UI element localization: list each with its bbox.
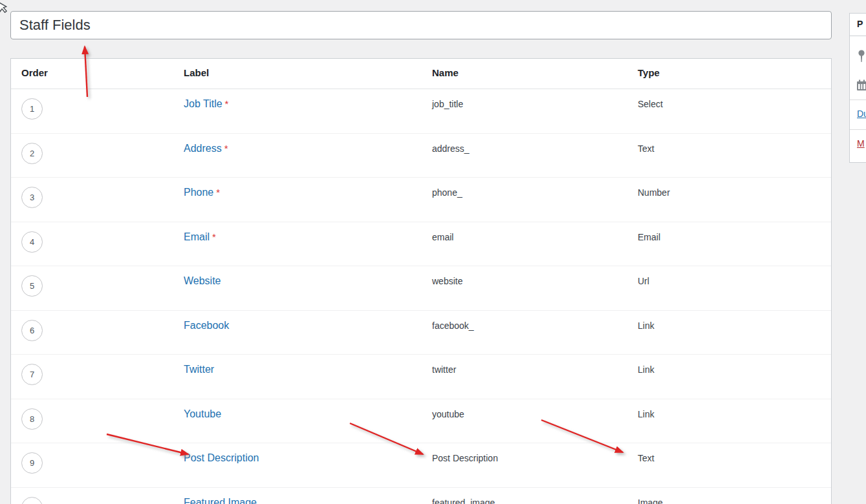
field-label-text: Featured Image [184, 497, 257, 504]
column-header-name: Name [432, 67, 459, 78]
calendar-icon [856, 79, 866, 91]
publish-panel-trash-row: M [850, 129, 866, 159]
field-label-link[interactable]: Job Title* [184, 97, 228, 111]
field-label-text: Facebook [184, 320, 229, 331]
field-label-text: Website [184, 275, 221, 286]
field-name: phone_ [432, 187, 462, 199]
table-row-website: 5 Website website Url [11, 266, 831, 311]
field-name: website [432, 275, 462, 288]
order-handle[interactable]: 3 [21, 187, 43, 208]
order-handle[interactable]: 6 [21, 320, 43, 341]
table-row-email: 4 Email* email Email [11, 222, 831, 267]
publish-panel-misc-section [850, 36, 866, 100]
field-label-text: Phone [184, 187, 213, 198]
field-label-link[interactable]: Youtube [184, 407, 224, 421]
table-row-youtube: 8 Youtube youtube Link [11, 399, 831, 444]
field-label-text: Youtube [184, 408, 221, 419]
field-label-link[interactable]: Email* [184, 230, 216, 244]
order-handle[interactable]: 8 [21, 408, 43, 430]
post-status-pin-icon [856, 49, 866, 63]
field-type: Link [638, 320, 655, 332]
table-row-post-description: 9 Post Description Post Description Text [11, 443, 831, 488]
order-handle[interactable]: 10 [21, 497, 43, 504]
column-header-type: Type [638, 67, 660, 78]
fields-table-header-row: Order Label Name Type [11, 59, 831, 89]
field-type: Text [638, 452, 655, 465]
field-name: twitter [432, 364, 456, 376]
field-type: Select [638, 98, 663, 110]
field-group-editor-page: Order Label Name Type 1 Job Title* job_t… [0, 0, 866, 504]
field-type: Number [638, 187, 670, 199]
field-label-link[interactable]: Phone* [184, 185, 220, 200]
field-label-text: Address [184, 143, 222, 154]
field-label-link[interactable]: Facebook [184, 319, 232, 333]
field-label-link[interactable]: Twitter [184, 362, 217, 377]
order-handle[interactable]: 7 [21, 364, 43, 385]
field-type: Url [638, 275, 649, 288]
field-label-link[interactable]: Featured Image [184, 496, 259, 504]
field-name: youtube [432, 408, 464, 421]
order-handle[interactable]: 2 [21, 143, 43, 164]
required-marker: * [225, 98, 229, 109]
field-name: job_title [432, 98, 463, 110]
field-label-text: Job Title [184, 98, 222, 109]
move-to-trash-link[interactable]: M [857, 138, 865, 149]
order-handle[interactable]: 1 [21, 98, 43, 120]
order-handle[interactable]: 9 [21, 452, 43, 474]
publish-panel-duplicate-row: Du [850, 100, 866, 129]
publish-panel-title: P [857, 19, 863, 29]
table-row-twitter: 7 Twitter twitter Link [11, 355, 831, 399]
field-type: Text [638, 143, 655, 155]
field-type: Image [638, 497, 663, 504]
required-marker: * [212, 231, 216, 242]
table-row-facebook: 6 Facebook facebook_ Link [11, 311, 831, 355]
table-row-featured-image: 10 Featured Image featured_image_ Image [11, 488, 831, 504]
field-label-link[interactable]: Website [184, 274, 224, 288]
order-handle[interactable]: 5 [21, 275, 43, 297]
column-header-order: Order [21, 67, 48, 78]
required-marker: * [224, 143, 228, 154]
field-name: Post Description [432, 452, 498, 465]
fields-table-card: Order Label Name Type 1 Job Title* job_t… [10, 58, 832, 504]
field-group-title-input[interactable] [10, 11, 832, 39]
field-label-text: Twitter [184, 364, 214, 375]
field-name: featured_image_ [432, 497, 500, 504]
required-marker: * [216, 187, 220, 198]
field-label-text: Post Description [184, 452, 259, 463]
column-header-label: Label [184, 67, 209, 78]
field-name: address_ [432, 143, 470, 155]
order-handle[interactable]: 4 [21, 231, 43, 253]
publish-panel-header: P [850, 14, 866, 36]
table-row-job-title: 1 Job Title* job_title Select [11, 89, 831, 134]
field-name: facebook_ [432, 320, 474, 332]
field-type: Email [638, 231, 660, 244]
field-label-link[interactable]: Post Description [184, 451, 262, 465]
table-row-address: 2 Address* address_ Text [11, 134, 831, 178]
mouse-cursor-icon [0, 0, 8, 14]
field-label-text: Email [184, 231, 210, 242]
table-row-phone: 3 Phone* phone_ Number [11, 178, 831, 222]
field-label-link[interactable]: Address* [184, 142, 228, 156]
field-name: email [432, 231, 453, 244]
field-type: Link [638, 364, 655, 376]
publish-panel: P Du M [849, 13, 866, 163]
field-type: Link [638, 408, 655, 421]
duplicate-link[interactable]: Du [857, 109, 866, 119]
